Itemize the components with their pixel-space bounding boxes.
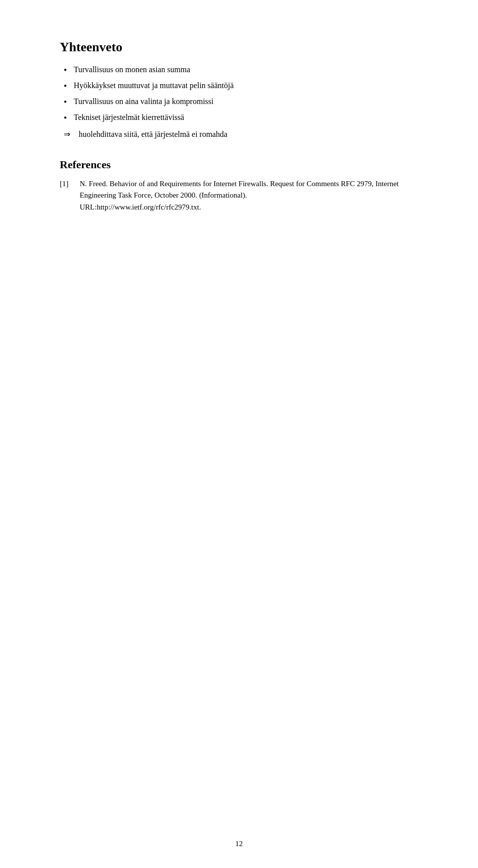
bullet-item-2: Hyökkäykset muuttuvat ja muttavat pelin … (60, 80, 418, 92)
reference-label-1: [1] (60, 178, 80, 190)
bullet-item-3: Turvallisuus on aina valinta ja kompromi… (60, 96, 418, 108)
page: Yhteenveto Turvallisuus on monen asian s… (0, 0, 478, 868)
bullet-item-1: Turvallisuus on monen asian summa (60, 64, 418, 76)
summary-title: Yhteenveto (60, 40, 418, 55)
page-number: 12 (236, 840, 243, 848)
reference-title-1: Behavior of and Requirements for Interne… (110, 180, 268, 188)
reference-author-1: N. Freed. (80, 180, 108, 188)
summary-bullet-list: Turvallisuus on monen asian summa Hyökkä… (60, 64, 418, 123)
implication-item-1: huolehdittava siitä, että järjestelmä ei… (60, 128, 418, 140)
bullet-item-4: Tekniset järjestelmät kierrettävissä (60, 111, 418, 123)
references-section: References [1] N. Freed. Behavior of and… (60, 158, 418, 213)
implication-list: huolehdittava siitä, että järjestelmä ei… (60, 128, 418, 140)
reference-text-1: N. Freed. Behavior of and Requirements f… (80, 178, 418, 213)
reference-url-1: URL:http://www.ietf.org/rfc/rfc2979.txt. (80, 203, 201, 211)
reference-note-1: (Informational). (199, 191, 247, 199)
references-title: References (60, 158, 418, 171)
reference-entry-1: [1] N. Freed. Behavior of and Requiremen… (60, 178, 418, 213)
